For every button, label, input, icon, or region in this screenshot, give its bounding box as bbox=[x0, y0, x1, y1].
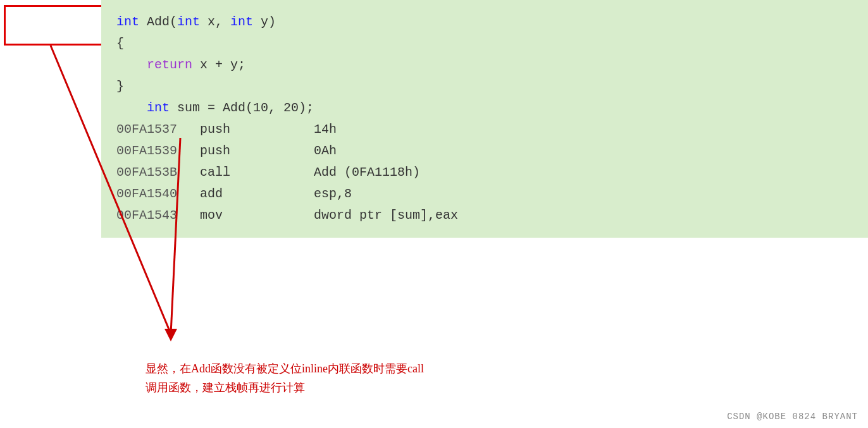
annotation-line-1: 显然，在Add函数没有被定义位inline内联函数时需要call bbox=[146, 359, 424, 379]
keyword-return: return bbox=[147, 58, 192, 72]
code-line-1: int Add(int x, int y) bbox=[116, 11, 853, 33]
code-line-6: 00FA1537 push 14h bbox=[116, 119, 853, 140]
code-line-3: return x + y; bbox=[116, 54, 853, 76]
code-line-7: 00FA1539 push 0Ah bbox=[116, 140, 853, 162]
code-line-9: 00FA1540 add esp,8 bbox=[116, 183, 853, 205]
highlight-box bbox=[4, 5, 104, 46]
main-container: int Add(int x, int y) { return x + y; } … bbox=[0, 0, 868, 428]
csdn-watermark: CSDN @KOBE 0824 BRYANT bbox=[727, 412, 858, 422]
code-line-10: 00FA1543 mov dword ptr [sum],eax bbox=[116, 205, 853, 226]
code-line-8: 00FA153B call Add (0FA1118h) bbox=[116, 162, 853, 183]
keyword-int-1: int bbox=[116, 15, 139, 29]
code-block: int Add(int x, int y) { return x + y; } … bbox=[101, 0, 868, 238]
code-line-5: int sum = Add(10, 20); bbox=[116, 97, 853, 119]
keyword-int-2: int bbox=[177, 15, 200, 29]
annotation-text: 显然，在Add函数没有被定义位inline内联函数时需要call 调用函数，建立… bbox=[146, 359, 424, 398]
annotation-line-2: 调用函数，建立栈帧再进行计算 bbox=[146, 378, 424, 398]
keyword-int-3: int bbox=[230, 15, 253, 29]
code-line-4: } bbox=[116, 76, 853, 97]
code-line-2: { bbox=[116, 33, 853, 54]
keyword-int-4: int bbox=[147, 101, 170, 115]
svg-marker-2 bbox=[164, 329, 177, 341]
